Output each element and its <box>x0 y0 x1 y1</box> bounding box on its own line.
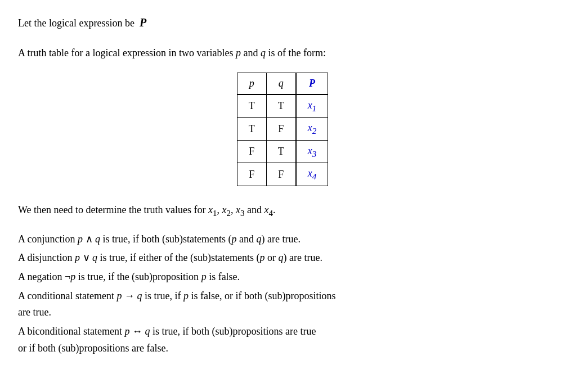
header-P: P <box>296 73 328 94</box>
header-p: p <box>237 73 266 94</box>
intro-expression: P <box>137 17 146 29</box>
row1-q: T <box>266 94 296 118</box>
row4-p: F <box>237 163 266 186</box>
table-header-row: p q P <box>237 73 328 94</box>
negation-rule: A negation ¬p is true, if the (sub)propo… <box>18 269 547 286</box>
truth-table-intro: A truth table for a logical expression i… <box>18 45 547 61</box>
page-content: Let the logical expression be P A truth … <box>18 13 547 357</box>
conditional-rule: A conditional statement p → q is true, i… <box>18 288 547 321</box>
row4-q: F <box>266 163 296 186</box>
logic-rules-section: A conjunction p ∧ q is true, if both (su… <box>18 231 547 357</box>
row3-q: T <box>266 140 296 163</box>
intro-text: Let the logical expression be <box>18 17 134 29</box>
biconditional-rule: A biconditional statement p ↔ q is true,… <box>18 323 547 357</box>
intro-line: Let the logical expression be P <box>18 13 547 31</box>
conjunction-rule: A conjunction p ∧ q is true, if both (su… <box>18 231 547 248</box>
row2-val: x2 <box>296 118 328 141</box>
row3-p: F <box>237 140 266 163</box>
row4-val: x4 <box>296 163 328 186</box>
row1-p: T <box>237 94 266 118</box>
truth-table: p q P T T x1 T F x2 F T x3 <box>237 73 329 186</box>
row2-p: T <box>237 118 266 141</box>
table-row: F F x4 <box>237 163 328 186</box>
row2-q: F <box>266 118 296 141</box>
table-row: T T x1 <box>237 94 328 118</box>
determine-paragraph: We then need to determine the truth valu… <box>18 202 547 220</box>
row3-val: x3 <box>296 140 328 163</box>
table-row: F T x3 <box>237 140 328 163</box>
truth-table-container: p q P T T x1 T F x2 F T x3 <box>18 73 547 186</box>
disjunction-rule: A disjunction p ∨ q is true, if either o… <box>18 250 547 267</box>
table-row: T F x2 <box>237 118 328 141</box>
header-q: q <box>266 73 296 94</box>
row1-val: x1 <box>296 94 328 118</box>
